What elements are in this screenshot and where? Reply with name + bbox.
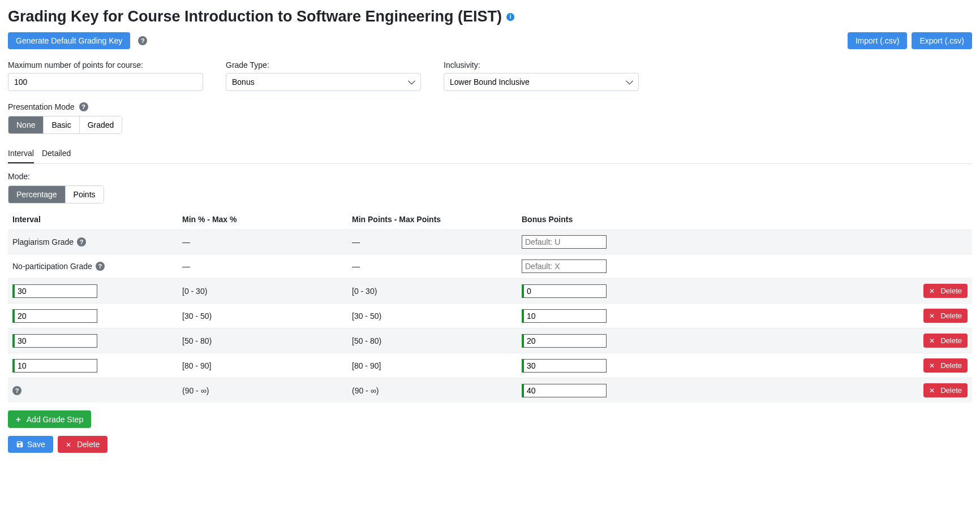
save-button[interactable]: Save [8, 436, 53, 453]
pct-cell: (90 - ∞) [178, 378, 347, 403]
close-icon [929, 311, 937, 320]
interval-input[interactable] [12, 334, 97, 348]
pct-cell: — [178, 254, 347, 279]
delete-button[interactable]: Delete [58, 436, 108, 453]
th-bonus: Bonus Points [517, 209, 915, 230]
row-label: Plagiarism Grade [12, 237, 74, 246]
pts-cell: [0 - 30) [347, 279, 517, 304]
delete-row-button[interactable]: Delete [923, 309, 968, 323]
delete-row-button[interactable]: Delete [923, 383, 968, 397]
presentation-mode-basic[interactable]: Basic [44, 116, 79, 133]
max-points-label: Maximum number of points for course: [8, 60, 203, 70]
mode-group: PercentagePoints [8, 185, 104, 204]
max-points-input[interactable] [8, 73, 203, 91]
import-csv-button[interactable]: Import (.csv) [848, 32, 908, 49]
page-title: Grading Key for Course Introduction to S… [8, 8, 972, 25]
export-csv-button[interactable]: Export (.csv) [912, 32, 972, 49]
pct-cell: [80 - 90] [178, 353, 347, 378]
tab-detailed[interactable]: Detailed [42, 149, 71, 163]
bonus-input[interactable] [522, 284, 607, 298]
delete-row-button[interactable]: Delete [923, 284, 968, 298]
th-min-max-pct: Min % - Max % [178, 209, 347, 230]
pts-cell: — [347, 230, 517, 254]
th-interval: Interval [8, 209, 178, 230]
add-grade-step-button[interactable]: Add Grade Step [8, 410, 91, 428]
grading-table: Interval Min % - Max % Min Points - Max … [8, 209, 972, 403]
table-row: [50 - 80)[50 - 80)Delete [8, 328, 972, 353]
default-grade-input[interactable] [522, 259, 607, 273]
pct-cell: [0 - 30) [178, 279, 347, 304]
help-icon[interactable]: ? [138, 36, 147, 45]
help-icon[interactable]: ? [77, 237, 86, 246]
table-row: ?(90 - ∞)(90 - ∞)Delete [8, 378, 972, 403]
delete-row-button[interactable]: Delete [923, 334, 968, 348]
presentation-mode-none[interactable]: None [8, 116, 44, 133]
interval-input[interactable] [12, 359, 97, 373]
table-row-special: Plagiarism Grade ?—— [8, 230, 972, 254]
tab-interval[interactable]: Interval [8, 149, 34, 163]
page-title-text: Grading Key for Course Introduction to S… [8, 8, 502, 25]
interval-input[interactable] [12, 284, 97, 298]
help-icon[interactable]: ? [79, 102, 88, 111]
interval-input[interactable] [12, 309, 97, 323]
bonus-input[interactable] [522, 334, 607, 348]
close-icon [929, 336, 937, 345]
table-row-special: No-participation Grade ?—— [8, 254, 972, 279]
bonus-input[interactable] [522, 384, 607, 397]
pct-cell: [50 - 80) [178, 328, 347, 353]
pct-cell: [30 - 50) [178, 304, 347, 328]
save-icon [16, 440, 24, 448]
close-icon [929, 287, 937, 295]
info-icon[interactable]: i [506, 13, 514, 21]
bonus-input[interactable] [522, 359, 607, 373]
plus-icon [16, 414, 23, 424]
pts-cell: — [347, 254, 517, 279]
pts-cell: [30 - 50) [347, 304, 517, 328]
presentation-mode-label: Presentation Mode [8, 102, 75, 111]
help-icon[interactable]: ? [96, 262, 105, 271]
pct-cell: — [178, 230, 347, 254]
row-label: No-participation Grade [12, 262, 92, 271]
mode-label: Mode: [8, 172, 30, 181]
help-icon[interactable]: ? [12, 386, 22, 395]
mode-percentage[interactable]: Percentage [8, 186, 66, 203]
bonus-input[interactable] [522, 309, 607, 323]
grade-type-label: Grade Type: [226, 60, 421, 70]
pts-cell: [80 - 90] [347, 353, 517, 378]
grade-type-select[interactable]: Bonus [226, 73, 421, 91]
presentation-mode-graded[interactable]: Graded [80, 116, 122, 133]
close-icon [929, 361, 937, 370]
pts-cell: (90 - ∞) [347, 378, 517, 403]
pts-cell: [50 - 80) [347, 328, 517, 353]
default-grade-input[interactable] [522, 235, 607, 249]
generate-default-button[interactable]: Generate Default Grading Key [8, 32, 130, 49]
delete-row-button[interactable]: Delete [923, 358, 968, 373]
inclusivity-label: Inclusivity: [444, 60, 639, 70]
th-min-max-pts: Min Points - Max Points [347, 209, 517, 230]
table-row: [30 - 50)[30 - 50)Delete [8, 304, 972, 328]
table-row: [0 - 30)[0 - 30)Delete [8, 279, 972, 304]
inclusivity-select[interactable]: Lower Bound Inclusive [444, 73, 639, 91]
close-icon [929, 386, 937, 395]
table-row: [80 - 90][80 - 90]Delete [8, 353, 972, 378]
mode-points[interactable]: Points [66, 186, 104, 203]
close-icon [66, 440, 74, 449]
presentation-mode-group: NoneBasicGraded [8, 116, 122, 134]
